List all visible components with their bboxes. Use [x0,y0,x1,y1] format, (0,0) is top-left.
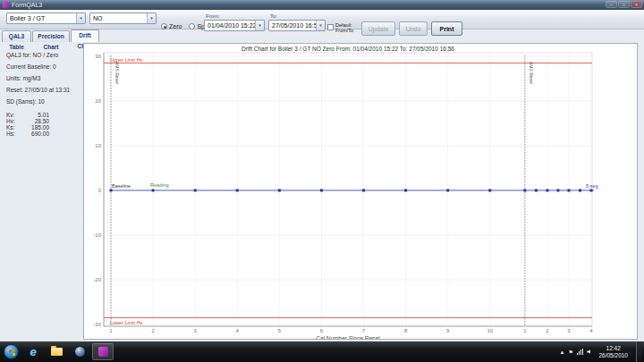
source-select-value: Boiler 3 / GT [10,15,45,21]
y-tick-label: 10 [95,143,101,148]
x-tick-label: 7 [362,328,366,333]
folder-icon [51,348,63,356]
tab-strip: QAL3 Table Precision Chart Drift Chart [0,29,644,42]
series-end-label: 5 seg [586,183,597,189]
param-kv: Kv: 5.01 [6,112,49,118]
data-point-marker [110,189,113,192]
action-center-icon[interactable]: ⚑ [569,349,573,355]
units-text: Units: mg/M3 [6,75,40,81]
toolbar: Boiler 3 / GT ▾ NO ▾ Zero Span From: 01/… [0,10,644,29]
start-button[interactable] [4,344,19,359]
x-tick-label: 2 [151,328,155,333]
media-player-icon [75,347,85,357]
chart-title: Drift Chart for Boiler 3 / GT NO Zero Fr… [242,46,454,52]
x-tick-label: 4 [589,328,593,333]
network-icon[interactable] [577,349,584,355]
minimize-button[interactable]: – [606,1,617,8]
taskbar-item-formqal3[interactable] [92,343,114,360]
x-axis-title: Cal Number Since Reset [316,335,380,339]
formqal3-taskbar-icon [98,347,108,357]
to-date-value: 27/05/2010 16:56 [272,22,321,29]
y-tick-label: -20 [93,277,101,282]
data-point-marker [320,189,323,192]
from-date-value: 01/04/2010 15:22 [208,22,257,29]
x-tick-label: 3 [567,328,571,333]
x-tick-label: 8 [404,328,408,333]
tab-qal3-table[interactable]: QAL3 Table [2,30,31,42]
drift-chart-svg: 3020100-10-20-30123456789101234Upper Lim… [84,44,637,339]
data-point-marker [236,189,239,192]
x-tick-label: 3 [194,328,198,333]
current-baseline-text: Current Baseline: 0 [6,63,56,70]
title-bar: FormQAL3 – □ × [0,0,644,10]
data-point-marker [579,189,581,192]
to-label: To: [270,13,277,19]
reading-label: Reading [150,182,169,188]
y-tick-label: 30 [95,54,101,59]
tab-precision-chart[interactable]: Precision Chart [32,30,70,42]
taskbar: e ▲ ⚑ 12:42 26/05/2010 [0,341,644,362]
data-point-marker [446,189,449,192]
system-tray: ▲ ⚑ 12:42 26/05/2010 [560,341,644,362]
clock-date: 26/05/2010 [598,352,628,359]
from-label: From: [206,13,220,19]
chevron-down-icon[interactable]: ▾ [76,13,85,23]
formqal3-app-icon [3,2,9,8]
taskbar-item-ie[interactable]: e [22,343,44,360]
tab-drift-chart[interactable]: Drift Chart [71,29,99,42]
param-hs: Hs: 690.00 [6,130,49,137]
clock-time: 12:42 [598,345,628,352]
gas-select-value: NO [93,15,103,21]
source-select[interactable]: Boiler 3 / GT ▾ [6,13,86,24]
zero-radio-label: Zero [169,23,182,29]
taskbar-item-explorer[interactable] [46,343,67,360]
window-title: FormQAL3 [12,2,42,8]
data-point-marker [278,189,281,192]
y-tick-label: 0 [98,188,102,193]
data-point-marker [523,189,526,192]
formqal3-window: FormQAL3 – □ × Boiler 3 / GT ▾ NO ▾ Zero… [0,0,644,362]
gas-select[interactable]: NO ▾ [89,13,157,24]
data-point-marker [556,189,559,192]
x-tick-label: 1 [523,328,527,333]
info-panel: QAL3 for: NO / Zero Current Baseline: 0 … [2,44,81,339]
qal3-for-text: QAL3 for: NO / Zero [6,52,58,58]
data-point-marker [404,189,407,192]
y-tick-label: 20 [95,98,101,104]
x-tick-label: 1 [109,328,113,333]
limit-label: Lower Limit Hv. [110,320,144,325]
show-hidden-icons-arrow[interactable]: ▲ [560,349,565,355]
data-point-marker [194,189,197,192]
reset-line-label: AMS Reset [529,62,534,85]
baseline-label: Baseline [112,183,131,189]
windows-flag-icon [9,349,15,355]
drift-chart-panel: 3020100-10-20-30123456789101234Upper Lim… [83,43,638,340]
x-tick-label: 9 [446,328,450,333]
chevron-down-icon[interactable]: ▾ [147,13,156,23]
close-button[interactable]: × [631,1,642,8]
maximize-button[interactable]: □ [618,1,630,8]
data-point-marker [546,189,548,192]
y-tick-label: -10 [93,232,101,238]
data-point-marker [567,189,570,192]
internet-explorer-icon: e [30,346,36,358]
span-radio-dot [189,23,195,29]
x-tick-label: 4 [236,328,240,333]
taskbar-clock[interactable]: 12:42 26/05/2010 [594,345,632,359]
zero-radio-dot [161,23,167,29]
x-tick-label: 5 [278,328,282,333]
x-tick-label: 10 [487,328,493,333]
data-point-marker [488,189,491,192]
sd-text: SD (Sams): 10 [6,98,45,105]
x-tick-label: 6 [320,328,324,333]
param-hv: Hv: 28.50 [6,118,49,124]
reset-line-label: AMS Reset [114,62,120,85]
param-ks: Ks: 185.00 [6,124,49,130]
taskbar-item-media[interactable] [69,343,90,360]
volume-icon[interactable] [587,349,590,354]
zero-radio[interactable]: Zero [161,23,182,29]
show-desktop-button[interactable] [636,341,642,362]
data-point-marker [152,189,155,192]
data-point-marker [590,189,593,192]
data-point-marker [362,189,365,192]
